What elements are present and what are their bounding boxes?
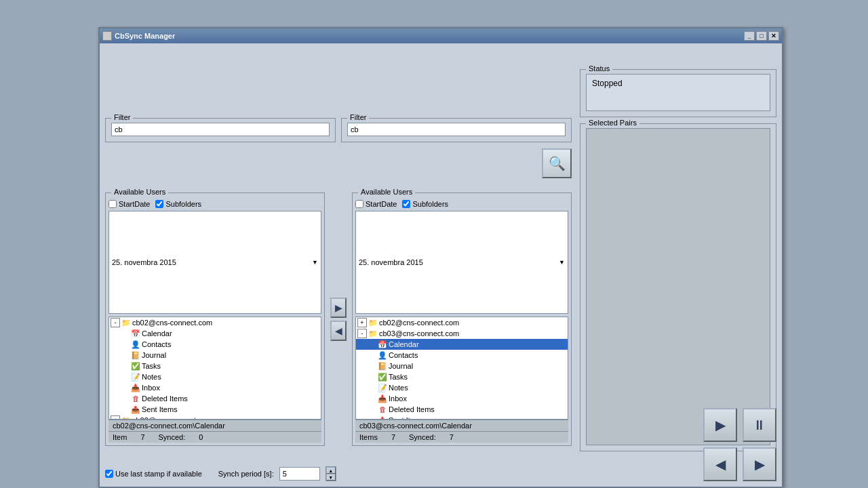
tree-row[interactable]: 🗑 Deleted Items <box>109 393 321 404</box>
right-startdate-checkbox[interactable] <box>355 200 363 208</box>
bottom-controls: Use last stamp if available Synch period… <box>105 466 572 481</box>
calendar-icon: 📅 <box>378 340 387 349</box>
selected-pairs-label: Selected Pairs <box>586 119 639 127</box>
search-button[interactable]: 🔍 <box>542 148 572 178</box>
expand-icon[interactable]: - <box>111 318 120 327</box>
arrow-right-button[interactable]: ▶ <box>330 298 347 318</box>
right-synced-count: 7 <box>450 433 454 441</box>
tree-row[interactable]: - 📁 cb03@cns-connect.com <box>356 328 568 339</box>
tree-row[interactable]: + 📁 cb03@cns-connect.com <box>109 415 321 420</box>
spinner-down[interactable]: ▼ <box>326 474 336 481</box>
spinner-up[interactable]: ▲ <box>326 467 336 474</box>
right-date-dropdown[interactable]: 25. novembra 2015 ▼ <box>355 211 568 314</box>
right-panel: Available Users StartDate Subfolders 25.… <box>352 192 572 446</box>
right-counts: Items 7 Synced: 7 <box>355 431 568 443</box>
right-date-arrow: ▼ <box>559 259 565 266</box>
filter-left-input[interactable] <box>111 123 330 136</box>
folder-icon: 📁 <box>368 318 378 327</box>
right-synced-label: Synced: <box>409 433 436 441</box>
folder-icon: 📁 <box>121 318 131 327</box>
filters-row: Filter Filter <box>105 118 572 142</box>
action-buttons: ▶ ⏸ ◀ ▶ <box>580 408 776 481</box>
synch-period-input[interactable] <box>279 467 320 481</box>
use-last-stamp-label[interactable]: Use last stamp if available <box>105 470 202 478</box>
right-panel-label: Available Users <box>358 188 415 196</box>
tree-row[interactable]: 📔 Journal <box>356 361 568 371</box>
synch-period-spinner[interactable]: ▲ ▼ <box>326 466 336 481</box>
left-subfolders-label[interactable]: Subfolders <box>155 200 201 208</box>
left-subfolders-checkbox[interactable] <box>155 200 163 208</box>
sent-icon: 📤 <box>131 405 140 414</box>
tree-row[interactable]: 📝 Notes <box>356 382 568 393</box>
left-panel: Available Users StartDate Subfolders 25.… <box>105 192 325 446</box>
tree-row[interactable]: 📅 Calendar <box>109 328 321 339</box>
notes-icon: 📝 <box>378 383 387 392</box>
status-value: Stopped <box>592 79 623 88</box>
minimize-button[interactable]: _ <box>744 31 755 41</box>
left-date-dropdown[interactable]: 25. novembra 2015 ▼ <box>108 211 321 314</box>
filter-right-input[interactable] <box>347 123 566 136</box>
folder-icon: 📁 <box>368 329 378 338</box>
notes-icon: 📝 <box>131 372 140 382</box>
inbox-icon: 📥 <box>378 394 387 403</box>
tree-row[interactable]: 📤 Sent Items <box>109 404 321 415</box>
expand-icon[interactable]: + <box>357 318 367 327</box>
back-button[interactable]: ◀ <box>703 447 737 481</box>
filter-right-label: Filter <box>347 113 369 121</box>
tree-row[interactable]: 📤 Sent Items <box>356 415 568 420</box>
expand-icon[interactable]: - <box>357 329 367 338</box>
right-subfolders-checkbox[interactable] <box>402 200 410 208</box>
main-window: CbSync Manager _ □ ✕ Status Stopped Sele… <box>98 27 783 488</box>
contacts-icon: 👤 <box>378 350 387 360</box>
available-users-section: Available Users StartDate Subfolders 25.… <box>105 192 572 446</box>
left-controls-row: StartDate Subfolders <box>108 200 321 208</box>
tree-row[interactable]: - 📁 cb02@cns-connect.com <box>109 317 321 328</box>
filter-left-label: Filter <box>111 113 133 121</box>
close-button[interactable]: ✕ <box>768 31 779 41</box>
right-subfolders-label[interactable]: Subfolders <box>402 200 448 208</box>
filter-right-box: Filter <box>341 118 572 142</box>
left-synced-label: Synced: <box>159 433 186 441</box>
right-startdate-label[interactable]: StartDate <box>355 200 397 208</box>
tree-row[interactable]: 👤 Contacts <box>356 350 568 361</box>
use-last-stamp-checkbox[interactable] <box>105 470 113 478</box>
status-inner: Stopped <box>586 74 770 111</box>
right-controls-row: StartDate Subfolders <box>355 200 568 208</box>
title-bar: CbSync Manager _ □ ✕ <box>100 28 782 43</box>
app-icon <box>102 31 112 41</box>
tree-row[interactable]: 👤 Contacts <box>109 339 321 350</box>
tree-row[interactable]: 📔 Journal <box>109 350 321 361</box>
tree-row[interactable]: ✅ Tasks <box>109 361 321 371</box>
left-tree[interactable]: - 📁 cb02@cns-connect.com 📅 Calendar 👤 Co… <box>108 317 321 420</box>
nav-row: ◀ ▶ <box>703 447 776 481</box>
left-startdate-checkbox[interactable] <box>108 200 117 208</box>
tree-row[interactable]: + 📁 cb02@cns-connect.com <box>356 317 568 328</box>
calendar-icon: 📅 <box>131 329 140 338</box>
left-date-arrow: ▼ <box>312 259 318 266</box>
left-startdate-label[interactable]: StartDate <box>108 200 150 208</box>
tree-row-selected[interactable]: 📅 Calendar <box>356 339 568 350</box>
tree-row[interactable]: 📥 Inbox <box>109 382 321 393</box>
arrow-buttons: ▶ ◀ <box>330 192 347 446</box>
journal-icon: 📔 <box>378 361 387 371</box>
maximize-button[interactable]: □ <box>756 31 767 41</box>
tree-row[interactable]: 📝 Notes <box>109 371 321 382</box>
deleted-icon: 🗑 <box>131 394 140 403</box>
tree-row[interactable]: 🗑 Deleted Items <box>356 404 568 415</box>
status-fieldset: Status Stopped <box>580 69 776 117</box>
left-status-bar: cb02@cns-connect.com\Calendar <box>108 420 321 431</box>
right-tree[interactable]: + 📁 cb02@cns-connect.com - 📁 cb03@cns-co… <box>355 317 568 420</box>
pause-button[interactable]: ⏸ <box>743 408 776 442</box>
forward-button[interactable]: ▶ <box>743 447 776 481</box>
play-button[interactable]: ▶ <box>703 408 737 442</box>
tree-row[interactable]: 📥 Inbox <box>356 393 568 404</box>
tree-row[interactable]: ✅ Tasks <box>356 371 568 382</box>
status-label: Status <box>586 64 612 73</box>
arrow-left-button[interactable]: ◀ <box>330 321 347 341</box>
search-btn-area: 🔍 <box>330 148 572 178</box>
window-body: Status Stopped Selected Pairs Filter Fil… <box>100 43 782 487</box>
synch-period-label: Synch period [s]: <box>218 470 274 478</box>
play-pause-row: ▶ ⏸ <box>703 408 776 442</box>
right-item-count: 7 <box>391 433 395 441</box>
selected-pairs-section: Selected Pairs <box>580 118 776 446</box>
